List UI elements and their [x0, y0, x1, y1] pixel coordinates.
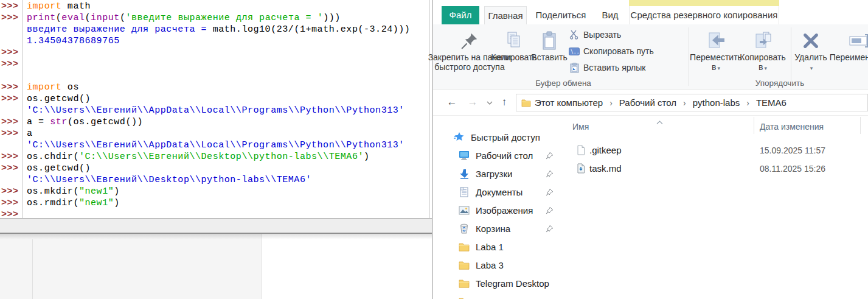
history-chevron-icon[interactable] — [484, 94, 495, 110]
folder-icon — [459, 296, 470, 299]
copy-icon — [505, 29, 523, 52]
move-to-icon — [706, 29, 726, 52]
file-row-.gitkeep[interactable]: .gitkeep15.09.2025 11:57 — [571, 141, 868, 160]
copy-path-button[interactable]: \.. Скопировать путь — [568, 43, 654, 59]
breadcrumb-item[interactable]: Этот компьютер — [533, 97, 604, 108]
column-header-modified[interactable]: Дата изменения — [760, 122, 824, 132]
file-name: task.md — [589, 160, 622, 178]
nav-item-partial[interactable] — [433, 292, 571, 299]
rename-icon — [849, 29, 868, 52]
column-divider[interactable] — [754, 117, 754, 134]
breadcrumb-chevron-icon: › — [604, 98, 618, 108]
console-line: print(eval(input('введите выражение для … — [27, 12, 429, 24]
shell-text-area[interactable]: import mathprint(eval(input('введите выр… — [23, 0, 429, 218]
delete-button[interactable]: Удалить ▾ — [793, 26, 828, 80]
address-folder-icon — [521, 99, 531, 107]
breadcrumb-item[interactable]: python-labs — [692, 97, 741, 108]
folder-icon — [459, 259, 470, 270]
nav-item-laba-3[interactable]: Laba 3 — [433, 256, 571, 274]
file-row-task.md[interactable]: task.md08.11.2025 15:26 — [571, 160, 868, 178]
markdown-file-icon — [576, 163, 586, 174]
console-prompt: >>> — [0, 58, 22, 70]
tab-view[interactable]: Вид — [595, 6, 625, 24]
nav-item-корзина[interactable]: Корзина — [433, 219, 571, 237]
pin-small-icon — [546, 151, 554, 160]
delete-label: Удалить — [794, 52, 827, 62]
copy-path-icon: \.. — [568, 47, 580, 55]
rename-label: Переименовать — [830, 52, 868, 62]
rename-button[interactable]: Переименовать — [827, 26, 868, 80]
file-list: Имя Дата изменения .gitkeep15.09.2025 11… — [571, 116, 868, 299]
folder-icon — [459, 278, 470, 289]
nav-item-label: Laba 3 — [476, 260, 504, 270]
ribbon-group-separator — [791, 27, 791, 86]
copy-to-label: Копировать — [740, 52, 785, 62]
console-line: a — [27, 128, 429, 139]
console-prompt — [0, 174, 22, 186]
nav-item-документы[interactable]: Документы — [433, 183, 571, 201]
console-prompt — [0, 139, 22, 151]
tab-file[interactable]: Файл — [442, 6, 479, 24]
file-name: .gitkeep — [589, 141, 622, 160]
console-line: 'C:\\Users\\Евгений\\AppData\\Local\\Pro… — [27, 105, 429, 116]
cut-button[interactable]: Вырезать — [568, 27, 621, 43]
nav-item-laba-1[interactable]: Laba 1 — [433, 237, 571, 256]
nav-item-label: Быстрый доступ — [471, 132, 540, 142]
console-line: 'C:\\Users\\Евгений\\AppData\\Local\\Pro… — [27, 139, 429, 151]
file-modified-date: 15.09.2025 11:57 — [760, 141, 825, 160]
console-prompt: >>> — [0, 128, 22, 139]
navigation-pane: Быстрый доступРабочий столЗагрузкиДокуме… — [433, 116, 571, 299]
console-prompt: >>> — [0, 82, 22, 93]
nav-item-telegram-desktop[interactable]: Telegram Desktop — [433, 274, 571, 292]
paste-shortcut-icon — [568, 63, 580, 73]
documents-icon — [459, 186, 470, 197]
console-prompt: >>> — [0, 197, 22, 209]
nav-item-быстрый-доступ[interactable]: Быстрый доступ — [433, 128, 571, 146]
tab-backup-tools[interactable]: Средства резервного копирования — [629, 6, 779, 24]
quick-access-icon — [454, 132, 465, 142]
dropdown-caret-icon: ▾ — [717, 65, 720, 71]
explorer-main: Быстрый доступРабочий столЗагрузкиДокуме… — [433, 116, 868, 299]
contextual-tab-highlight — [629, 0, 779, 6]
column-divider[interactable] — [860, 117, 861, 134]
up-icon[interactable]: ↑ — [496, 94, 512, 110]
pin-small-icon — [546, 224, 554, 233]
file-icon — [576, 145, 586, 155]
background-window-right — [262, 234, 432, 299]
console-prompt: >>> — [0, 186, 22, 197]
column-header-name[interactable]: Имя — [572, 122, 589, 132]
move-to-button[interactable]: Переместить в▾ — [693, 26, 739, 80]
screenshot-stage: >>>>>>>>>>>>>>>>>>>>>>>>>>>>>>>>>>>>>>> … — [0, 0, 868, 299]
paste-button[interactable]: Вставить — [533, 26, 566, 80]
move-to-label: Переместить — [690, 52, 742, 62]
console-line: введите выражение для расчета = math.log… — [27, 24, 429, 35]
console-line: 'C:\\Users\\Евгений\\Desktop\\python-lab… — [27, 174, 429, 186]
organize-group-label: Упорядочить — [695, 78, 865, 89]
copy-button[interactable]: Копировать — [494, 26, 534, 80]
nav-item-label: Рабочий стол — [476, 150, 533, 161]
pin-small-icon — [546, 206, 554, 214]
console-line: import math — [27, 1, 429, 12]
sort-asc-icon[interactable] — [656, 116, 663, 127]
forward-icon[interactable]: → — [465, 94, 481, 110]
nav-item-label: Документы — [476, 187, 523, 197]
folder-icon — [459, 241, 470, 252]
nav-item-изображения[interactable]: Изображения — [433, 201, 571, 219]
back-icon[interactable]: ← — [444, 94, 460, 110]
breadcrumb-item[interactable]: Рабочий стол — [618, 97, 678, 108]
breadcrumb-item[interactable]: TEMA6 — [755, 97, 788, 108]
tab-share[interactable]: Поделиться — [534, 6, 588, 24]
address-input[interactable]: Этот компьютер›Рабочий стол›python-labs›… — [516, 94, 868, 111]
console-prompt: >>> — [0, 12, 22, 24]
move-to-label-2: в — [712, 62, 716, 72]
copy-to-button[interactable]: Копировать в▾ — [737, 26, 788, 80]
paste-label: Вставить — [531, 52, 567, 62]
console-line: import os — [27, 82, 429, 93]
pictures-icon — [459, 205, 470, 216]
pin-small-icon — [546, 188, 554, 196]
nav-item-рабочий-стол[interactable]: Рабочий стол — [433, 146, 571, 164]
tab-home[interactable]: Главная — [484, 6, 527, 24]
paste-shortcut-button[interactable]: Вставить ярлык — [568, 60, 645, 76]
clipboard-group-label: Буфер обмена — [438, 78, 689, 89]
nav-item-загрузки[interactable]: Загрузки — [433, 164, 571, 183]
